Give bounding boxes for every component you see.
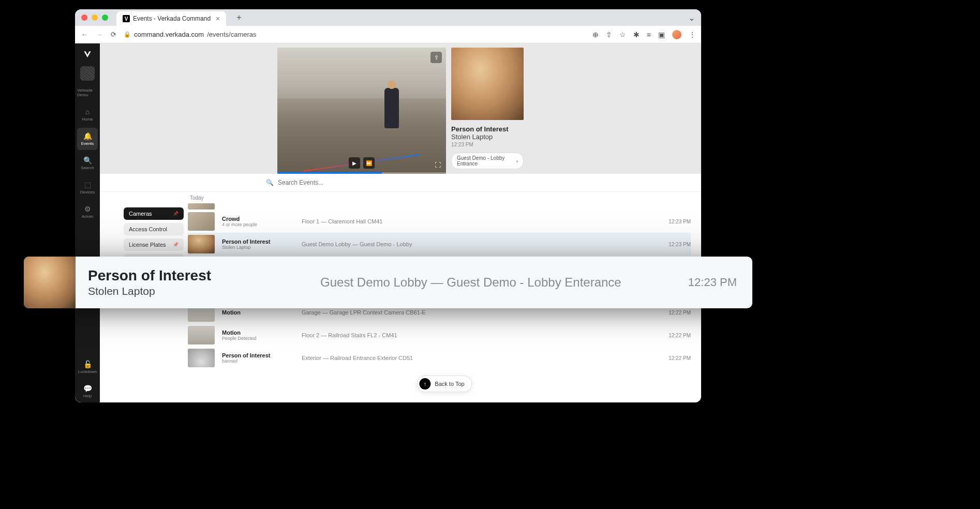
event-location: Floor 2 — Railroad Stairs FL2 - CM41 [302, 332, 658, 338]
camera-chip[interactable]: Guest Demo - Lobby Entrance › [451, 153, 524, 169]
event-time: 12:23 PM [665, 242, 691, 247]
event-time: 12:22 PM [665, 310, 691, 316]
back-to-top-button[interactable]: ↑ Back to Top [417, 376, 472, 392]
tab-favicon: V [123, 15, 130, 22]
event-info: Person of Interest banned [222, 352, 294, 364]
search-row: 🔍 [100, 174, 701, 192]
sidebar-item-search[interactable]: 🔍 Search [77, 152, 98, 174]
lock-icon: 🔒 [124, 31, 131, 38]
nav-forward-icon[interactable]: → [95, 31, 103, 38]
brand-logo[interactable] [82, 50, 93, 60]
search-input[interactable]: 🔍 [266, 179, 535, 186]
window-maximize[interactable] [102, 14, 108, 21]
tab-add-icon[interactable]: + [236, 13, 241, 22]
notification-location: Guest Demo Lobby — Guest Demo - Lobby En… [266, 275, 676, 290]
search-icon: 🔍 [83, 156, 92, 164]
back-to-top-label: Back to Top [435, 381, 464, 387]
chat-icon: 💬 [83, 384, 92, 393]
star-icon[interactable]: ☆ [619, 31, 626, 39]
sidebar-item-label: Home [82, 117, 93, 122]
poi-panel: Person of Interest Stolen Laptop 12:23 P… [451, 48, 524, 174]
sidebar-item-devices[interactable]: ⬚ Devices [77, 176, 98, 199]
play-icon[interactable]: ▶ [349, 157, 360, 169]
filter-cameras[interactable]: Cameras 📌 [124, 207, 184, 220]
window-minimize[interactable] [92, 14, 98, 21]
event-row[interactable]: Person of Interest Stolen Laptop Guest D… [188, 233, 691, 256]
notification-title: Person of Interest [88, 267, 254, 284]
event-row[interactable]: Person of Interest banned Exterior — Rai… [188, 347, 691, 369]
event-row[interactable]: Crowd 4 or more people Floor 1 — Claremo… [188, 210, 691, 233]
filter-label: License Plates [129, 242, 166, 248]
event-info: Person of Interest Stolen Laptop [222, 238, 294, 250]
pin-icon[interactable]: 📌 [173, 211, 179, 216]
fullscreen-icon[interactable]: ⛶ [435, 161, 441, 169]
event-thumbnail [188, 326, 215, 345]
event-info: Motion People Detected [222, 330, 294, 341]
reading-list-icon[interactable]: ≡ [647, 31, 651, 39]
app-content: Verkada Demo ⌂ Home 🔔 Events 🔍 Search ⬚ … [75, 43, 701, 402]
camera-chip-label: Guest Demo - Lobby Entrance [457, 155, 513, 167]
filter-access-control[interactable]: Access Control [124, 223, 184, 235]
bell-icon: 🔔 [83, 132, 92, 140]
sidebar-item-help[interactable]: 💬 Help [77, 380, 98, 402]
share-icon[interactable]: ⇧ [606, 31, 612, 39]
notification-subtitle: Stolen Laptop [88, 285, 254, 297]
menu-icon[interactable]: ⋮ [689, 31, 696, 39]
browser-tab-bar: V Events - Verkada Command × + ⌄ [75, 9, 701, 26]
skip-icon[interactable]: ⏩ [363, 157, 375, 169]
sidebar-item-home[interactable]: ⌂ Home [77, 103, 98, 126]
notification-card[interactable]: Person of Interest Stolen Laptop Guest D… [24, 257, 752, 308]
poi-name: Stolen Laptop [451, 133, 524, 141]
profile-avatar[interactable] [672, 30, 681, 39]
video-progress[interactable] [277, 172, 446, 174]
home-icon: ⌂ [85, 108, 90, 116]
browser-tab[interactable]: V Events - Verkada Command × [116, 11, 226, 26]
sidebar-item-label: Events [81, 141, 94, 146]
event-thumbnail [188, 349, 215, 367]
lock-icon: 🔓 [83, 360, 92, 368]
sidebar-item-admin[interactable]: ⚙ Admin [77, 201, 98, 223]
tab-dropdown-icon[interactable]: ⌄ [688, 13, 695, 23]
chevron-right-icon: › [516, 158, 518, 164]
poi-face-thumbnail[interactable] [451, 48, 524, 120]
sidebar-item-label: Help [83, 394, 92, 398]
event-subtitle: People Detected [222, 336, 294, 341]
notification-info: Person of Interest Stolen Laptop [88, 267, 254, 297]
search-icon: 🔍 [266, 179, 274, 186]
nav-back-icon[interactable]: ← [80, 31, 88, 38]
filter-license-plates[interactable]: License Plates 📌 [124, 238, 184, 251]
event-row[interactable]: Motion People Detected Floor 2 — Railroa… [188, 324, 691, 347]
poi-timestamp: 12:23 PM [451, 142, 524, 147]
pin-icon[interactable]: 📌 [173, 242, 179, 247]
notification-time: 12:23 PM [688, 276, 737, 289]
event-info: Motion [222, 309, 294, 316]
video-controls: ▶ ⏩ [349, 157, 375, 169]
url-field[interactable]: 🔒 command.verkada.com/events/cameras [124, 31, 586, 38]
event-location: Exterior — Railroad Entrance Exterior CD… [302, 355, 658, 361]
browser-window: V Events - Verkada Command × + ⌄ ← → ⟳ 🔒… [75, 9, 701, 402]
event-location: Garage — Garage LPR Context Camera CB61-… [302, 309, 658, 316]
event-title: Motion [222, 330, 294, 336]
event-row[interactable] [188, 203, 691, 210]
video-player[interactable]: ⇪ ▶ ⏩ ⛶ [277, 48, 446, 174]
event-time: 12:22 PM [665, 355, 691, 361]
tab-close-icon[interactable]: × [216, 14, 220, 23]
event-location: Guest Demo Lobby — Guest Demo - Lobby [302, 241, 658, 247]
nav-reload-icon[interactable]: ⟳ [109, 31, 117, 38]
zoom-icon[interactable]: ⊕ [592, 31, 599, 39]
event-time: 12:23 PM [665, 219, 691, 224]
sidebar-item-lockdown[interactable]: 🔓 Lockdown [77, 356, 98, 378]
url-domain: command.verkada.com [134, 31, 204, 38]
arrow-up-icon: ↑ [419, 378, 430, 390]
panel-icon[interactable]: ▣ [658, 31, 665, 39]
sidebar-item-events[interactable]: 🔔 Events [77, 128, 98, 150]
sidebar-item-label: Lockdown [78, 369, 97, 374]
video-share-icon[interactable]: ⇪ [430, 52, 442, 63]
extensions-icon[interactable]: ✱ [633, 31, 640, 39]
sidebar-item-label: Admin [82, 214, 94, 219]
event-subtitle: banned [222, 358, 294, 364]
window-close[interactable] [81, 14, 87, 21]
org-switcher[interactable] [80, 66, 95, 81]
event-title: Crowd [222, 216, 294, 222]
search-field[interactable] [278, 179, 535, 186]
